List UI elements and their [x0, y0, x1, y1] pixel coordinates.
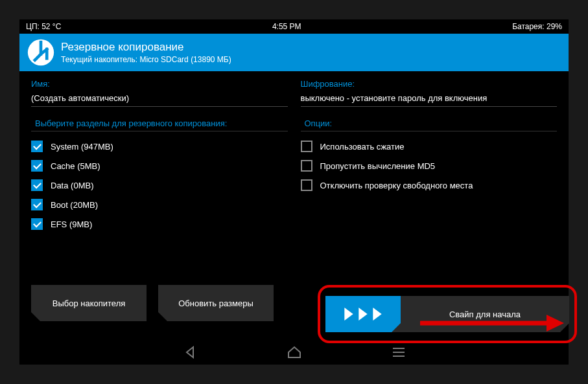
partition-item[interactable]: EFS (9MB): [31, 214, 288, 234]
battery-level: Батарея: 29%: [512, 22, 562, 31]
checkbox[interactable]: [301, 179, 312, 191]
options-label: Опции:: [301, 116, 558, 131]
twrp-logo-icon: [27, 39, 54, 66]
home-icon[interactable]: [287, 346, 301, 359]
chevron-right-icon: [371, 308, 383, 321]
page-title: Резервное копирование: [61, 41, 231, 54]
checkbox[interactable]: [31, 141, 43, 152]
partition-item[interactable]: Cache (5MB): [31, 156, 288, 175]
checkbox[interactable]: [31, 179, 43, 191]
partition-item[interactable]: Data (0MB): [31, 175, 288, 195]
name-label: Имя:: [31, 79, 288, 89]
chevron-right-icon: [343, 308, 355, 321]
checkbox[interactable]: [31, 218, 43, 230]
back-icon[interactable]: [183, 346, 196, 359]
status-bar: ЦП: 52 °C 4:55 PM Батарея: 29%: [19, 19, 569, 34]
partitions-label: Выберите разделы для резервного копирова…: [31, 116, 288, 131]
option-item[interactable]: Пропустить вычисление MD5: [301, 156, 558, 175]
partition-label: EFS (9MB): [51, 220, 92, 229]
encryption-field[interactable]: выключено - установите пароль для включе…: [301, 91, 558, 107]
name-field[interactable]: (Создать автоматически): [31, 91, 288, 107]
option-label: Пропустить вычисление MD5: [320, 161, 436, 171]
partition-label: Boot (20MB): [51, 200, 98, 210]
partition-label: System (947MB): [51, 142, 113, 152]
checkbox[interactable]: [301, 141, 312, 152]
option-item[interactable]: Использовать сжатие: [301, 137, 558, 156]
partition-item[interactable]: System (947MB): [31, 137, 288, 156]
partition-label: Data (0MB): [51, 181, 93, 190]
select-storage-button[interactable]: Выбор накопителя: [31, 285, 147, 321]
option-label: Использовать сжатие: [320, 142, 405, 152]
swipe-handle[interactable]: [325, 296, 401, 332]
option-item[interactable]: Отключить проверку свободного места: [301, 175, 558, 195]
cpu-temp: ЦП: 52 °C: [26, 22, 61, 31]
clock: 4:55 PM: [272, 22, 301, 31]
chevron-right-icon: [357, 308, 369, 321]
checkbox[interactable]: [31, 199, 43, 210]
page-header: Резервное копирование Текущий накопитель…: [19, 34, 569, 71]
menu-icon[interactable]: [392, 347, 405, 357]
swipe-label: Свайп для начала: [401, 310, 569, 319]
refresh-sizes-button[interactable]: Обновить размеры: [158, 285, 274, 321]
nav-bar: [19, 340, 569, 365]
swipe-to-start[interactable]: Свайп для начала: [325, 296, 569, 332]
checkbox[interactable]: [31, 160, 43, 172]
encryption-label: Шифрование:: [301, 79, 558, 89]
partition-label: Cache (5MB): [51, 161, 100, 171]
option-label: Отключить проверку свободного места: [320, 181, 473, 190]
checkbox[interactable]: [301, 160, 312, 172]
storage-subtitle: Текущий накопитель: Micro SDCard (13890 …: [61, 55, 231, 64]
partition-item[interactable]: Boot (20MB): [31, 195, 288, 214]
